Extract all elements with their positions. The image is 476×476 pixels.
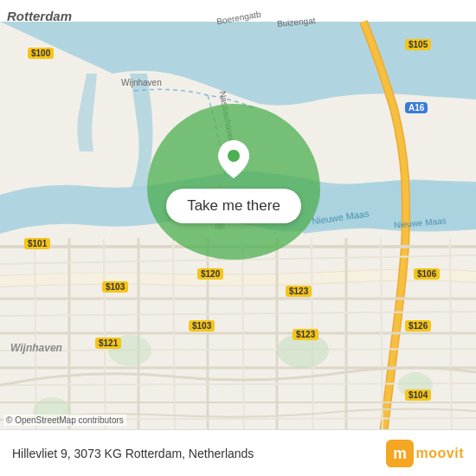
badge-s126: $126 [405,320,431,331]
badge-s120: $120 [197,268,223,280]
city-label-rotterdam: Rotterdam [7,9,72,23]
city-label-waal: Wijnhaven [10,342,62,354]
badge-s106: $106 [414,268,440,280]
moovit-logo-icon: m [386,440,414,467]
badge-s100: $100 [28,48,54,59]
moovit-text: moovit [416,446,464,461]
badge-s123-1: $123 [286,286,312,297]
moovit-logo: m moovit [386,440,464,467]
badge-s121: $121 [95,338,121,349]
map-container: Rotterdam Wijnhaven Nassauhaven Boerenga… [0,0,476,476]
location-pin-icon [218,140,249,178]
svg-text:m: m [393,445,407,462]
badge-s105: $105 [405,39,431,50]
road-label-wijnhaven: Wijnhaven [121,78,162,87]
address-text: Hillevliet 9, 3073 KG Rotterdam, Netherl… [12,447,254,460]
badge-a16: A16 [405,102,428,113]
osm-attribution: © OpenStreetMap contributors [3,415,126,426]
bottom-bar: Hillevliet 9, 3073 KG Rotterdam, Netherl… [0,429,476,476]
badge-s104: $104 [405,389,431,401]
badge-s103-2: $103 [189,320,215,331]
badge-s101: $101 [24,238,50,249]
svg-point-29 [228,150,240,162]
badge-s123-2: $123 [293,329,318,340]
badge-s103-1: $103 [102,281,128,293]
take-me-there-button[interactable]: Take me there [166,189,301,223]
